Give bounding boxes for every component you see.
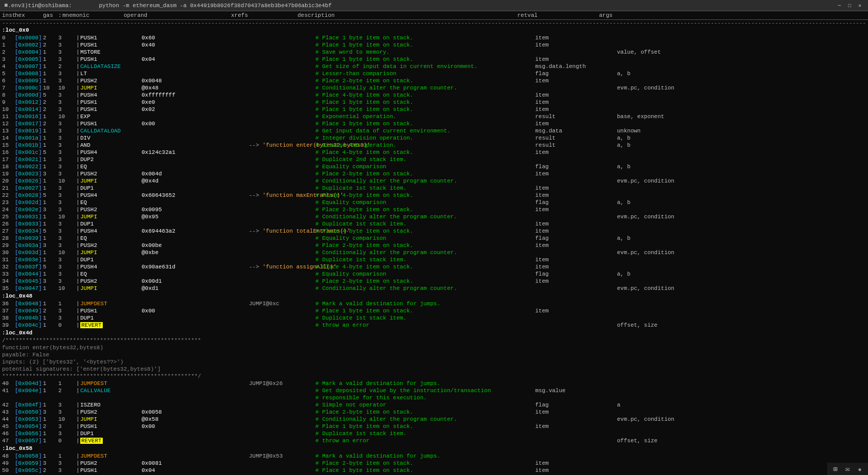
row-hex: 1	[43, 127, 58, 134]
row-sep: |	[76, 228, 80, 235]
row-retval: item	[535, 206, 617, 213]
table-row: 5 [0x0008] 1 3 | LT # Lesser-than compar…	[0, 70, 868, 77]
row-oper: @0x4d	[142, 177, 249, 185]
titlebar: ■ .env3)tin@oshibama: python -m ethereum…	[0, 0, 868, 11]
row-gas: 3	[58, 307, 76, 314]
row-hex: 1	[43, 142, 58, 149]
row-xref: JUMPI@0x53	[249, 453, 315, 460]
row-retval: item	[535, 278, 617, 285]
mnem-highlight: REVERT	[80, 438, 103, 444]
row-retval: item	[535, 99, 617, 106]
taskbar-icon-1[interactable]: ⊞	[830, 464, 840, 474]
table-row: 12 [0x0017] 2 3 | PUSH1 0x00 # Place 1 b…	[0, 120, 868, 127]
row-mnem: PUSH2	[80, 278, 142, 285]
row-hex: 3	[43, 242, 58, 249]
row-sep: |	[76, 142, 80, 149]
row-sep: |	[76, 34, 80, 41]
row-sep: |	[76, 300, 80, 307]
row-inst: 22	[2, 192, 15, 199]
col-xrefs-header: xrefs	[231, 12, 298, 18]
row-oper: 0x00	[142, 120, 249, 127]
asm-rows-section1: 0 [0x0000] 2 3 | PUSH1 0x60 # Place 1 by…	[0, 34, 868, 292]
mnemonic: PUSH2	[80, 78, 97, 84]
row-desc: # Get deposited value by the instruction…	[315, 387, 535, 401]
row-addr: [0x0014]	[15, 106, 43, 113]
row-args	[617, 220, 719, 228]
row-inst: 5	[2, 70, 15, 77]
row-inst: 50	[2, 467, 15, 474]
mnemonic: ISZERO	[80, 402, 101, 408]
row-addr: [0x0048]	[15, 300, 43, 307]
comment-line: potential signatures: ['enter(bytes32,by…	[0, 366, 868, 373]
mnemonic: JUMPDEST	[80, 301, 107, 307]
row-oper: 0x0058	[142, 409, 249, 416]
row-gas: 10	[58, 213, 76, 220]
row-gas: 3	[58, 106, 76, 113]
row-args	[617, 307, 719, 314]
mnemonic: PUSH2	[80, 278, 97, 284]
row-sep: |	[76, 149, 80, 156]
row-args	[617, 380, 719, 387]
row-sep: |	[76, 106, 80, 113]
row-mnem: REVERT	[80, 322, 142, 329]
row-addr: [0x0005]	[15, 56, 43, 63]
mnemonic: JUMPI	[80, 285, 97, 291]
row-inst: 18	[2, 163, 15, 170]
row-hex: 1	[43, 177, 58, 185]
comment-line: ****************************************…	[0, 373, 868, 380]
minimize-button[interactable]: ─	[835, 2, 843, 10]
mnemonic: MSTORE	[80, 49, 101, 55]
mnemonic: PUSH2	[80, 242, 97, 248]
row-args	[617, 156, 719, 163]
row-args	[617, 99, 719, 106]
row-sep: |	[76, 199, 80, 206]
asm-rows-section2: 36 [0x0048] 1 1 | JUMPDEST JUMPI@0xc # M…	[0, 300, 868, 329]
row-gas: 3	[58, 120, 76, 127]
row-inst: 8	[2, 92, 15, 99]
mnemonic: PUSH1	[80, 423, 97, 429]
comment-line: /***************************************…	[0, 337, 868, 344]
row-gas: 3	[58, 314, 76, 322]
row-oper	[142, 401, 249, 409]
table-row: 36 [0x0048] 1 1 | JUMPDEST JUMPI@0xc # M…	[0, 300, 868, 307]
taskbar-icon-3[interactable]: ★	[855, 464, 865, 474]
table-row: 30 [0x003d] 1 10 | JUMPI @0xbe # Conditi…	[0, 249, 868, 256]
row-retval: flag	[535, 199, 617, 206]
row-desc: # Conditionally alter the program counte…	[315, 213, 535, 220]
row-gas: 3	[58, 134, 76, 142]
row-hex: 1	[43, 163, 58, 170]
table-row: 13 [0x0019] 1 3 | CALLDATALOAD # Get inp…	[0, 127, 868, 134]
col-hex-header: gas	[43, 12, 58, 18]
row-gas: 3	[58, 156, 76, 163]
row-retval: flag	[535, 270, 617, 278]
table-row: 21 [0x0027] 1 3 | DUP1 # Duplicate 1st s…	[0, 185, 868, 192]
close-button[interactable]: ✕	[856, 2, 864, 10]
row-retval: item	[535, 185, 617, 192]
row-desc: # Equality comparison	[315, 163, 535, 170]
row-gas: 3	[58, 99, 76, 106]
row-sep: |	[76, 170, 80, 177]
row-oper: 0x90ae631d	[142, 263, 249, 270]
table-row: 25 [0x0031] 1 10 | JUMPI @0x95 # Conditi…	[0, 213, 868, 220]
row-xref	[249, 120, 315, 127]
row-desc: # Place 2-byte item on stack.	[315, 242, 535, 249]
taskbar-icon-2[interactable]: ✉	[842, 464, 853, 474]
col-oper-header: operand	[124, 12, 231, 18]
row-retval: item	[535, 256, 617, 263]
maximize-button[interactable]: □	[846, 2, 854, 10]
table-row: 46 [0x0056] 1 3 | DUP1 # Duplicate 1st s…	[0, 430, 868, 437]
row-oper	[142, 220, 249, 228]
row-gas: 3	[58, 242, 76, 249]
row-retval: msg.data.length	[535, 63, 617, 70]
row-inst: 45	[2, 423, 15, 430]
mnemonic: PUSH2	[80, 207, 97, 213]
row-oper: 0xffffffff	[142, 92, 249, 99]
table-row: 15 [0x001b] 1 3 | AND --> 'function ente…	[0, 142, 868, 149]
row-gas: 3	[58, 206, 76, 213]
row-inst: 38	[2, 314, 15, 322]
mnemonic: JUMPI	[80, 214, 97, 220]
row-mnem: MSTORE	[80, 49, 142, 56]
row-sep: |	[76, 177, 80, 185]
row-retval: msg.value	[535, 387, 617, 401]
row-oper	[142, 380, 249, 387]
